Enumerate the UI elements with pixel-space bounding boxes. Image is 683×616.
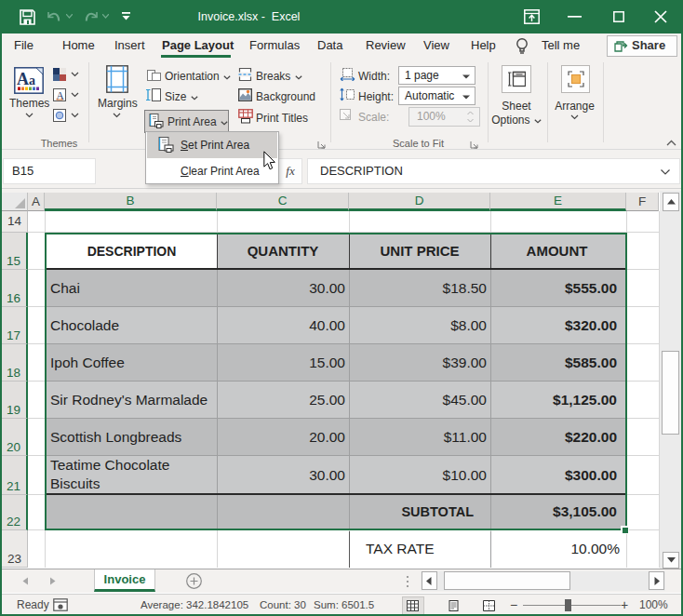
svg-text:a: a xyxy=(29,74,35,87)
svg-text:A: A xyxy=(17,70,29,88)
